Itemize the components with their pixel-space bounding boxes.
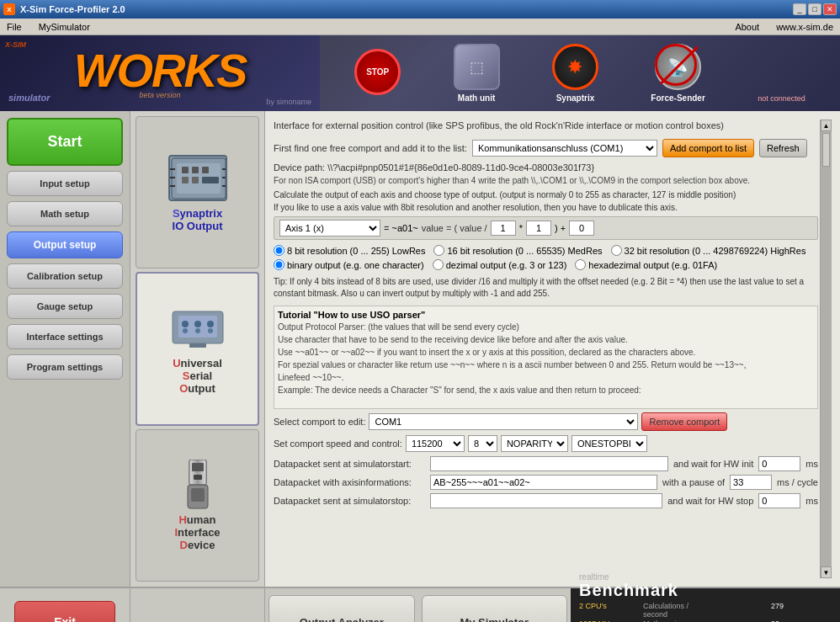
titlebar: X X-Sim Force-Profiler 2.0 _ □ ✕: [0, 0, 840, 19]
axis-multiply-input[interactable]: [526, 221, 551, 236]
radio-8bit[interactable]: 8 bit resolution (0 ... 255) LowRes: [274, 245, 425, 256]
maximize-button[interactable]: □: [808, 3, 821, 15]
datapacket-axis-input[interactable]: [430, 475, 657, 490]
axis-offset-input[interactable]: [569, 221, 594, 236]
radio-hex[interactable]: hexadezimal output (e.g. 01FA): [575, 259, 717, 270]
device-card-synaptrix[interactable]: Synaptrix IO Output: [136, 116, 259, 268]
nav-math-label: Math unit: [458, 93, 495, 103]
content-area: Interface for external position control …: [265, 111, 840, 587]
nav-synaptrix[interactable]: ✸ Synaptrix: [552, 44, 598, 103]
app-title: X-Sim Force-Profiler 2.0: [20, 4, 125, 14]
comport-label: First find one free comport and add it t…: [274, 143, 467, 153]
axis-divider-input[interactable]: [491, 221, 516, 236]
hw-stop-input[interactable]: [758, 493, 800, 508]
sidebar-input-setup[interactable]: Input setup: [7, 171, 123, 196]
device-panel: Synaptrix IO Output Uni: [130, 111, 265, 587]
comport-edit-row: Select comport to edit: COM1 Remove comp…: [274, 412, 818, 431]
add-comport-button[interactable]: Add comport to list: [662, 139, 754, 157]
content-scrollbar: ▲ ▼: [820, 120, 832, 578]
hid-nterface: nterface: [178, 526, 221, 539]
device-card-hid[interactable]: Human Interface Device: [136, 429, 259, 582]
my-simulator-button[interactable]: My Simulator: [422, 595, 568, 622]
nav-math[interactable]: ⬚ Math unit: [454, 44, 500, 103]
menu-file[interactable]: File: [3, 21, 25, 33]
datapacket-stop-row: Datapacket sent at simulatorstop: and wa…: [274, 493, 818, 508]
value-formula-label: value = ( value /: [422, 223, 487, 233]
start-button[interactable]: Start: [7, 118, 123, 166]
comport-select[interactable]: Kommunikationsanschluss (COM1): [472, 140, 657, 157]
comport-edit-select[interactable]: COM1: [369, 413, 638, 430]
sidebar-output-setup[interactable]: Output setup: [7, 231, 123, 258]
datapacket-axis-row: Datapacket with axisinformations: with a…: [274, 475, 818, 490]
datapacket-start-row: Datapacket sent at simulatorstart: and w…: [274, 456, 818, 471]
uso-erial: erial: [189, 369, 212, 382]
nav-force[interactable]: 📡 Force-Sender: [651, 44, 704, 103]
speed-label: Set comport speed and control:: [274, 439, 402, 449]
calc-info: Calculate the output of each axis and ch…: [274, 189, 818, 201]
bits-select[interactable]: 8: [468, 435, 497, 452]
close-button[interactable]: ✕: [823, 3, 837, 15]
sidebar-math-setup[interactable]: Math setup: [7, 201, 123, 226]
radio-dezimal[interactable]: dezimal output (e.g. 3 or 123): [433, 259, 567, 270]
sidebar-calibration-setup[interactable]: Calibration setup: [7, 263, 123, 289]
stopbit-select[interactable]: ONESTOPBIT: [572, 435, 647, 452]
scroll-track[interactable]: [821, 131, 832, 566]
hid-uman: uman: [187, 513, 216, 526]
device-path-label: Device path:: [274, 162, 325, 173]
bench-mhz-label: 1007 MHz: [579, 619, 640, 623]
menu-about[interactable]: About: [731, 21, 763, 33]
proto-line1: Use character that have to be send to th…: [278, 333, 814, 346]
tutorial-title: Tutorial "How to use USO parser": [278, 310, 814, 320]
bench-calc-spacer: [707, 602, 768, 619]
speed-select[interactable]: 115200: [406, 435, 465, 452]
remove-comport-button[interactable]: Remove comport: [641, 412, 727, 431]
synaptrix-rest: ynaptrix: [180, 207, 223, 220]
bench-calc-val: 279: [771, 602, 832, 619]
multiply-symbol: *: [519, 223, 523, 233]
device-card-uso[interactable]: Universal Serial Output: [136, 272, 259, 426]
resolution-radio-group: 8 bit resolution (0 ... 255) LowRes 16 b…: [274, 245, 818, 256]
radio-binary[interactable]: binary output (e.g. one character): [274, 259, 424, 270]
radio-32bit[interactable]: 32 bit resolution (0 ... 4298769224) Hig…: [611, 245, 806, 256]
app-icon: X: [3, 3, 15, 15]
logo-text: WORKS: [74, 47, 247, 94]
output-analyzer-button[interactable]: Output Analyzer: [268, 595, 415, 622]
stop-icon: STOP: [354, 49, 401, 95]
hw-init-input[interactable]: [758, 456, 800, 471]
by-label: by simoname: [266, 98, 311, 106]
sidebar-program-settings[interactable]: Program settings: [7, 354, 123, 380]
radio-16bit[interactable]: 16 bit resolution (0 ... 65535) MedRes: [433, 245, 602, 256]
pause-input[interactable]: [730, 475, 772, 490]
bench-math-spacer: [707, 619, 768, 623]
parity-select[interactable]: NOPARITY: [501, 435, 568, 452]
scroll-thumb[interactable]: [822, 133, 830, 167]
svg-rect-5: [182, 177, 189, 183]
pause-unit: ms / cycle: [777, 477, 818, 487]
bench-calc-key: Calculations / second: [643, 602, 704, 619]
datapacket-stop-input[interactable]: [430, 493, 662, 508]
sidebar-gauge-setup[interactable]: Gauge setup: [7, 294, 123, 319]
svg-rect-26: [194, 475, 202, 480]
radio-binary-label: binary output (e.g. one character): [287, 260, 424, 270]
sidebar-interface-settings[interactable]: Interface settings: [7, 324, 123, 349]
svg-rect-22: [189, 343, 206, 348]
minimize-button[interactable]: _: [793, 3, 806, 15]
axis-select[interactable]: Axis 1 (x): [279, 220, 380, 237]
refresh-button[interactable]: Refresh: [759, 139, 807, 157]
bottom-bar: Exit Output Analyzer My Simulator realti…: [0, 587, 840, 622]
proto-line2: Use ~~a01~~ or ~~a02~~ if you want to in…: [278, 346, 814, 359]
synaptrix-svg: [170, 157, 226, 200]
svg-rect-6: [192, 177, 199, 183]
axis-row: Axis 1 (x) = ~a01~ value = ( value / * )…: [274, 216, 818, 240]
header-nav: STOP ⬚ Math unit ✸ Synaptrix 📡 Force-S: [320, 44, 840, 103]
nav-stop[interactable]: STOP: [354, 49, 401, 98]
radio-hex-label: hexadezimal output (e.g. 01FA): [588, 260, 717, 270]
datapacket-start-input[interactable]: [430, 456, 668, 471]
exit-button[interactable]: Exit: [14, 601, 115, 622]
menu-mysimulator[interactable]: MySimulator: [35, 21, 93, 33]
no-symbol-circle: [655, 44, 697, 86]
menu-website[interactable]: www.x-sim.de: [773, 21, 837, 33]
tutorial-box: Tutorial "How to use USO parser" Output …: [274, 306, 818, 409]
hw-init-unit: ms: [805, 459, 818, 469]
scroll-up-arrow[interactable]: ▲: [821, 120, 832, 131]
